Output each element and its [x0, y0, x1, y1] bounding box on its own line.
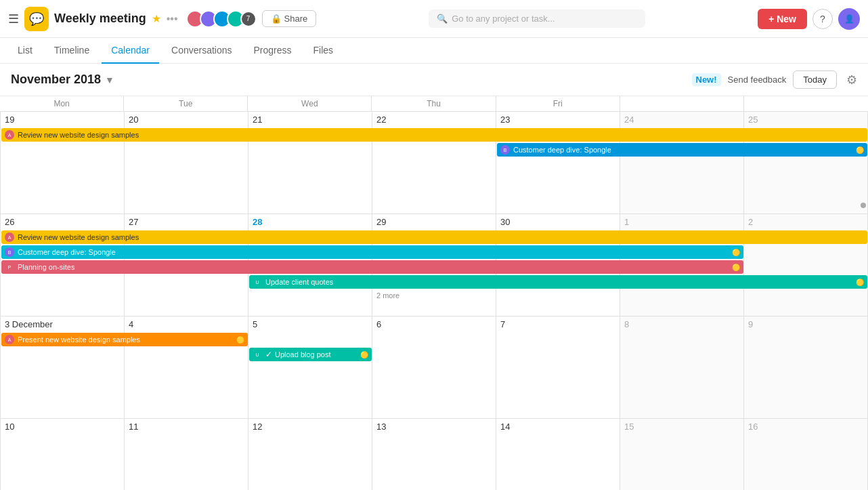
day-num-w2-d6: 9	[748, 319, 863, 329]
cell-w0-d6[interactable]: 25	[744, 112, 868, 213]
cell-w2-d2[interactable]: 5	[248, 317, 372, 418]
new-badge: New!	[692, 73, 721, 86]
send-feedback-link[interactable]: Send feedback	[728, 75, 787, 85]
event-w1-2[interactable]: PPlanning on-sites🟡	[1, 260, 743, 274]
day-header-mon: Mon	[0, 96, 124, 111]
cell-w0-d0[interactable]: 19	[1, 112, 125, 213]
day-num-w2-d4: 7	[500, 319, 615, 329]
tab-files[interactable]: Files	[304, 38, 343, 64]
day-num-w1-d6: 2	[748, 217, 863, 227]
day-header-thu: Thu	[372, 96, 496, 111]
day-num-w0-d2: 21	[253, 115, 368, 125]
cell-w0-d1[interactable]: 20	[125, 112, 248, 213]
day-num-w2-d5: 8	[624, 319, 739, 329]
week-0: 19202122232425AReview new website design…	[1, 112, 868, 214]
cell-w3-d3[interactable]: 13	[372, 419, 496, 490]
event-w2-1[interactable]: U✓Upload blog post🟡	[249, 348, 372, 361]
cell-w3-d0[interactable]: 10	[1, 419, 125, 490]
search-icon: 🔍	[437, 14, 448, 24]
day-num-w2-d0: 3 December	[5, 319, 120, 329]
day-header-fri: Fri	[496, 96, 620, 111]
week-1: 262728293012AReview new website design s…	[1, 214, 868, 317]
week-2: 3 December456789APresent new website des…	[1, 317, 868, 419]
avatar-count: 7	[240, 11, 257, 27]
cell-w2-d1[interactable]: 4	[125, 317, 248, 418]
search-bar[interactable]: 🔍 Go to any project or task...	[429, 9, 645, 28]
event-w1-3[interactable]: UUpdate client quotes🟡	[249, 275, 867, 289]
day-num-w3-d6: 16	[748, 422, 863, 432]
calendar-body: Mon Tue Wed Thu Fri 19202122232425ARevie…	[0, 96, 868, 490]
project-title: Weekly meeting	[54, 12, 146, 26]
more-icon[interactable]: •••	[167, 13, 178, 25]
cell-w0-d2[interactable]: 21	[248, 112, 372, 213]
search-placeholder: Go to any project or task...	[452, 14, 555, 24]
cell-w2-d4[interactable]: 7	[496, 317, 620, 418]
day-num-w0-d5: 24	[624, 115, 739, 125]
event-w0-0[interactable]: AReview new website design samples	[1, 128, 867, 142]
day-num-w0-d1: 20	[129, 115, 244, 125]
day-num-w3-d0: 10	[5, 422, 120, 432]
more-link-w1[interactable]: 2 more	[374, 290, 495, 301]
cell-w3-d6[interactable]: 16	[744, 419, 868, 490]
user-avatar[interactable]: 👤	[838, 8, 860, 30]
day-num-w1-d0: 26	[5, 217, 120, 227]
day-num-w3-d4: 14	[500, 422, 615, 432]
calendar-title: November 2018 ▼	[11, 73, 114, 87]
day-header-wed: Wed	[248, 96, 372, 111]
day-num-w3-d2: 12	[253, 422, 368, 432]
day-num-w1-d3: 29	[376, 217, 492, 227]
day-num-w0-d3: 22	[376, 115, 492, 125]
tab-timeline[interactable]: Timeline	[45, 38, 99, 64]
lock-icon: 🔒	[271, 14, 282, 24]
cell-w3-d2[interactable]: 12	[248, 419, 372, 490]
week-3: 10111213141516	[1, 419, 868, 490]
chevron-down-icon[interactable]: ▼	[105, 75, 114, 85]
event-w1-1[interactable]: BCustomer deep dive: Spongle🟡	[1, 245, 743, 259]
day-num-w1-d4: 30	[500, 217, 615, 227]
day-num-w3-d5: 15	[624, 422, 739, 432]
day-num-w3-d3: 13	[376, 422, 492, 432]
cell-w3-d5[interactable]: 15	[620, 419, 744, 490]
cell-w0-d4[interactable]: 23	[496, 112, 620, 213]
cell-w2-d3[interactable]: 6	[372, 317, 496, 418]
cell-w2-d5[interactable]: 8	[620, 317, 744, 418]
tab-progress[interactable]: Progress	[244, 38, 301, 64]
event-w2-0[interactable]: APresent new website design samples🟡	[1, 333, 248, 346]
settings-icon[interactable]: ⚙	[846, 73, 857, 87]
cell-w2-d6[interactable]: 9	[744, 317, 868, 418]
day-num-w2-d1: 4	[129, 319, 244, 329]
event-w0-1[interactable]: BCustomer deep dive: Spongle🟡	[497, 143, 867, 157]
star-icon[interactable]: ★	[152, 12, 161, 25]
tab-calendar[interactable]: Calendar	[102, 38, 159, 64]
hamburger-icon[interactable]: ☰	[8, 12, 19, 26]
day-num-w0-d4: 23	[500, 115, 615, 125]
cell-w3-d4[interactable]: 14	[496, 419, 620, 490]
day-headers-row: Mon Tue Wed Thu Fri	[0, 96, 868, 112]
day-num-w0-d0: 19	[5, 115, 120, 125]
cell-w0-d3[interactable]: 22	[372, 112, 496, 213]
today-button[interactable]: Today	[793, 70, 837, 89]
help-button[interactable]: ?	[812, 9, 833, 29]
new-button[interactable]: + New	[758, 9, 807, 29]
day-header-sun	[744, 96, 868, 111]
day-num-w2-d2: 5	[253, 319, 368, 329]
share-button[interactable]: 🔒 Share	[262, 10, 317, 27]
day-num-w0-d6: 25	[748, 115, 863, 125]
day-num-w1-d5: 1	[624, 217, 739, 227]
cell-w1-d6[interactable]: 2	[744, 214, 868, 316]
event-w1-0[interactable]: AReview new website design samples	[1, 230, 867, 244]
day-header-tue: Tue	[124, 96, 248, 111]
nav-tabs: List Timeline Calendar Conversations Pro…	[0, 38, 868, 64]
calendar-header: November 2018 ▼ New! Send feedback Today…	[0, 64, 868, 96]
tab-list[interactable]: List	[8, 38, 42, 64]
cell-w0-d5[interactable]: 24	[620, 112, 744, 213]
day-num-w3-d1: 11	[129, 422, 244, 432]
avatar-group: 7	[186, 10, 257, 28]
cell-w3-d1[interactable]: 11	[125, 419, 248, 490]
topbar: ☰ 💬 Weekly meeting ★ ••• 7 🔒 Share 🔍 Go …	[0, 0, 868, 38]
app-icon: 💬	[24, 7, 49, 31]
day-num-w1-d1: 27	[129, 217, 244, 227]
cell-w2-d0[interactable]: 3 December	[1, 317, 125, 418]
day-num-w2-d3: 6	[376, 319, 492, 329]
tab-conversations[interactable]: Conversations	[162, 38, 242, 64]
